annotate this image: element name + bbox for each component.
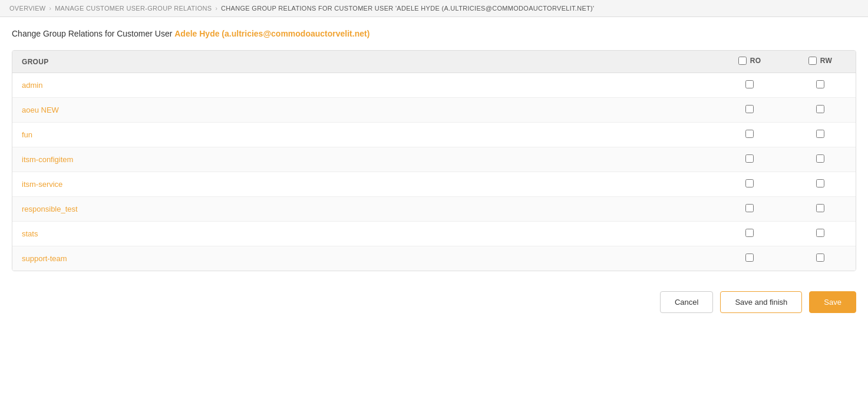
- rw-cell-responsible_test: [785, 197, 856, 222]
- ro-cell-fun: [714, 123, 785, 147]
- group-name-itsm-service[interactable]: itsm-service: [12, 172, 714, 197]
- rw-checkbox-itsm-configitem[interactable]: [816, 154, 824, 163]
- ro-checkbox-support-team[interactable]: [745, 253, 754, 262]
- breadcrumb-sep-1: ›: [49, 5, 52, 12]
- col-header-ro: RO: [714, 51, 785, 73]
- ro-cell-support-team: [714, 246, 785, 271]
- ro-cell-admin: [714, 73, 785, 98]
- table-row: admin: [12, 73, 856, 98]
- breadcrumb-sep-2: ›: [215, 5, 217, 12]
- groups-table: GROUP RO RW admin: [12, 51, 856, 271]
- rw-cell-fun: [785, 123, 856, 147]
- rw-checkbox-stats[interactable]: [816, 229, 824, 237]
- breadcrumb-overview[interactable]: OVERVIEW: [9, 5, 46, 12]
- rw-checkbox-support-team[interactable]: [816, 253, 824, 262]
- group-name-responsible_test[interactable]: responsible_test: [12, 197, 714, 222]
- table-header-row: GROUP RO RW: [12, 51, 856, 73]
- ro-cell-aoeu-new: [714, 98, 785, 123]
- ro-checkbox-fun[interactable]: [745, 130, 754, 138]
- rw-cell-stats: [785, 222, 856, 246]
- col-header-group: GROUP: [12, 51, 714, 73]
- ro-checkbox-itsm-configitem[interactable]: [745, 154, 754, 163]
- groups-table-container: GROUP RO RW admin: [12, 50, 856, 271]
- ro-checkbox-responsible_test[interactable]: [745, 204, 754, 212]
- rw-checkbox-aoeu-new[interactable]: [816, 105, 824, 113]
- rw-checkbox-itsm-service[interactable]: [816, 179, 824, 187]
- col-rw-label: RW: [820, 57, 832, 65]
- group-name-support-team[interactable]: support-team: [12, 246, 714, 271]
- page-content: Change Group Relations for Customer User…: [0, 17, 868, 331]
- group-name-itsm-configitem[interactable]: itsm-configitem: [12, 147, 714, 172]
- group-name-fun[interactable]: fun: [12, 123, 714, 147]
- group-name-aoeu-new[interactable]: aoeu NEW: [12, 98, 714, 123]
- ro-cell-itsm-service: [714, 172, 785, 197]
- table-row: aoeu NEW: [12, 98, 856, 123]
- table-row: itsm-configitem: [12, 147, 856, 172]
- save-finish-button[interactable]: Save and finish: [720, 291, 802, 313]
- rw-cell-itsm-configitem: [785, 147, 856, 172]
- ro-checkbox-stats[interactable]: [745, 229, 754, 237]
- rw-cell-itsm-service: [785, 172, 856, 197]
- col-ro-label: RO: [750, 57, 761, 65]
- col-header-rw: RW: [785, 51, 856, 73]
- user-link[interactable]: Adele Hyde (a.ultricies@commodoauctorvel…: [174, 29, 369, 38]
- ro-cell-stats: [714, 222, 785, 246]
- breadcrumb: OVERVIEW › MANAGE CUSTOMER USER-GROUP RE…: [0, 0, 868, 17]
- breadcrumb-manage[interactable]: MANAGE CUSTOMER USER-GROUP RELATIONS: [55, 5, 212, 12]
- page-title: Change Group Relations for Customer User…: [12, 29, 856, 38]
- ro-cell-itsm-configitem: [714, 147, 785, 172]
- table-row: responsible_test: [12, 197, 856, 222]
- ro-checkbox-admin[interactable]: [745, 80, 754, 88]
- table-row: fun: [12, 123, 856, 147]
- table-row: itsm-service: [12, 172, 856, 197]
- rw-checkbox-admin[interactable]: [816, 80, 824, 88]
- ro-checkbox-aoeu-new[interactable]: [745, 105, 754, 113]
- select-all-ro-checkbox[interactable]: [738, 57, 747, 65]
- ro-cell-responsible_test: [714, 197, 785, 222]
- group-name-stats[interactable]: stats: [12, 222, 714, 246]
- rw-cell-admin: [785, 73, 856, 98]
- group-name-admin[interactable]: admin: [12, 73, 714, 98]
- cancel-button[interactable]: Cancel: [660, 291, 713, 313]
- table-row: stats: [12, 222, 856, 246]
- rw-checkbox-responsible_test[interactable]: [816, 204, 824, 212]
- ro-checkbox-itsm-service[interactable]: [745, 179, 754, 187]
- save-button[interactable]: Save: [809, 291, 856, 313]
- breadcrumb-current: CHANGE GROUP RELATIONS FOR CUSTOMER USER…: [221, 5, 594, 12]
- select-all-rw-checkbox[interactable]: [808, 57, 817, 65]
- rw-cell-support-team: [785, 246, 856, 271]
- page-title-prefix: Change Group Relations for Customer User: [12, 29, 174, 38]
- table-row: support-team: [12, 246, 856, 271]
- rw-checkbox-fun[interactable]: [816, 130, 824, 138]
- footer-actions: Cancel Save and finish Save: [12, 285, 856, 319]
- rw-cell-aoeu-new: [785, 98, 856, 123]
